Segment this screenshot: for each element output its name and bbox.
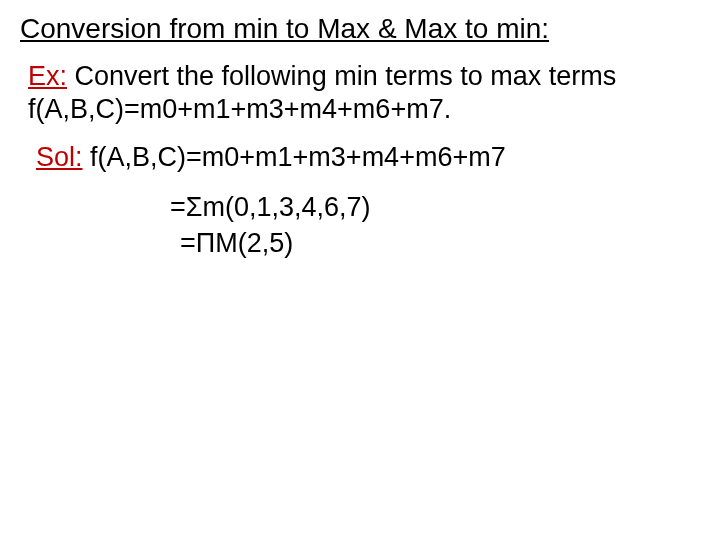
solution-step-pi: =ΠM(2,5) <box>180 227 700 261</box>
example-label: Ex: <box>28 61 67 91</box>
example-equation: f(A,B,C)=m0+m1+m3+m4+m6+m7. <box>28 93 700 127</box>
solution-line: Sol: f(A,B,C)=m0+m1+m3+m4+m6+m7 <box>36 141 700 175</box>
example-line: Ex: Convert the following min terms to m… <box>28 60 700 94</box>
solution-step-sigma: =Σm(0,1,3,4,6,7) <box>170 191 700 225</box>
solution-restate: f(A,B,C)=m0+m1+m3+m4+m6+m7 <box>83 142 506 172</box>
title-text: Conversion from min to Max & Max to min: <box>20 13 549 44</box>
slide-title: Conversion from min to Max & Max to min: <box>20 12 700 46</box>
solution-label: Sol: <box>36 142 83 172</box>
example-prompt: Convert the following min terms to max t… <box>67 61 616 91</box>
